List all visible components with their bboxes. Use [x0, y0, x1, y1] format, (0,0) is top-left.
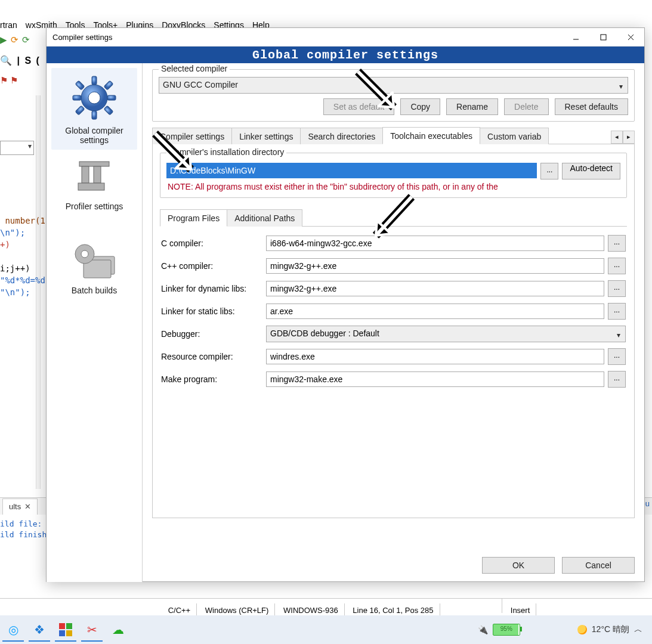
svg-rect-13 — [75, 80, 85, 90]
resource-compiler-browse[interactable]: ... — [608, 348, 626, 365]
svg-rect-12 — [107, 95, 116, 100]
svg-rect-1 — [66, 623, 72, 629]
tab-custom-variables[interactable]: Custom variab — [480, 128, 549, 144]
dialog-title: Compiler settings — [52, 33, 112, 42]
cpp-compiler-input[interactable] — [266, 258, 604, 274]
bg-build-log: ild file: ild finish — [0, 519, 47, 540]
annotation-arrow-3 — [358, 191, 424, 256]
svg-rect-11 — [73, 95, 81, 100]
dialog-main: Selected compiler GNU GCC Compiler Set a… — [143, 63, 644, 582]
make-program-input[interactable] — [266, 371, 604, 387]
svg-rect-19 — [82, 166, 89, 183]
svg-rect-15 — [104, 80, 113, 90]
bg-toolbar-flags: ⚑ ⚑ — [0, 75, 18, 86]
nav-batch-builds[interactable]: Batch builds — [51, 234, 137, 300]
plug-icon: 🔌 — [478, 625, 488, 634]
linker-dynamic-browse[interactable]: ... — [608, 280, 626, 297]
taskbar-app-vscode[interactable]: ❖ — [26, 617, 52, 643]
bg-dropdown[interactable] — [0, 141, 34, 155]
svg-rect-2 — [59, 630, 65, 636]
taskbar: ◎ ❖ ✂ ☁ 🔌 95% 12°C 晴朗 ︿ — [0, 615, 652, 644]
svg-rect-10 — [92, 111, 97, 119]
row-make-program: Make program: ... — [161, 371, 626, 388]
linker-static-input[interactable] — [266, 304, 604, 319]
reset-defaults-button[interactable]: Reset defaults — [555, 98, 629, 115]
weather-icon — [577, 625, 587, 634]
bg-toolbar: ▶⟳⟳ — [0, 35, 33, 50]
svg-rect-5 — [601, 35, 606, 40]
weather-text: 12°C 晴朗 — [592, 624, 629, 635]
svg-rect-9 — [92, 76, 97, 85]
svg-rect-3 — [66, 630, 72, 636]
c-compiler-browse[interactable]: ... — [608, 235, 626, 252]
tab-linker-settings[interactable]: Linker settings — [231, 128, 301, 144]
annotation-arrow-1 — [346, 66, 412, 131]
svg-point-25 — [81, 250, 88, 258]
nav-global-compiler-settings[interactable]: Global compiler settings — [51, 68, 137, 150]
row-resource-compiler: Resource compiler: ... — [161, 348, 626, 365]
nav-profiler-settings[interactable]: Profiler settings — [51, 150, 137, 216]
svg-rect-14 — [104, 106, 113, 115]
dialog-footer: OK Cancel — [482, 557, 635, 574]
linker-dynamic-input[interactable] — [266, 281, 604, 296]
delete-button[interactable]: Delete — [504, 98, 548, 115]
cpp-compiler-browse[interactable]: ... — [608, 258, 626, 274]
subtab-additional-paths[interactable]: Additional Paths — [227, 209, 302, 227]
bg-code-fragment: number(1 \n"); +) i;j++) "%d*%d=%d "\n")… — [0, 215, 45, 298]
annotation-arrow-2 — [143, 128, 209, 193]
close-button[interactable] — [617, 28, 644, 46]
system-tray: 🔌 95% 12°C 晴朗 ︿ — [478, 624, 652, 636]
row-debugger: Debugger: GDB/CDB debugger : Default — [161, 326, 626, 342]
chevron-up-icon[interactable]: ︿ — [634, 624, 642, 635]
tab-scroll-right[interactable]: ▸ — [623, 131, 635, 144]
install-note: NOTE: All programs must exist either in … — [168, 182, 620, 191]
resource-compiler-input[interactable] — [266, 349, 604, 364]
close-icon[interactable]: ✕ — [24, 502, 31, 511]
taskbar-app-windows[interactable] — [52, 617, 79, 643]
dialog-titlebar: Compiler settings — [47, 28, 644, 47]
dialog-nav: Global compiler settings Profiler settin… — [47, 63, 143, 582]
caliper-icon — [73, 156, 115, 197]
subtab-program-files[interactable]: Program Files — [160, 209, 227, 227]
battery-indicator: 95% — [493, 624, 520, 636]
svg-rect-16 — [75, 106, 85, 115]
compiler-settings-dialog: Compiler settings Global compiler settin… — [46, 27, 645, 582]
rename-button[interactable]: Rename — [446, 98, 498, 115]
debugger-select[interactable]: GDB/CDB debugger : Default — [266, 326, 626, 342]
bg-tab-ults[interactable]: ults✕ — [2, 499, 38, 515]
status-bar: C/C++ Windows (CR+LF) WINDOWS-936 Line 1… — [0, 598, 652, 614]
svg-rect-20 — [94, 166, 101, 183]
tab-scroll-left[interactable]: ◂ — [611, 131, 623, 144]
maximize-button[interactable] — [589, 28, 617, 46]
auto-detect-button[interactable]: Auto-detect — [562, 163, 620, 179]
taskbar-app-wechat[interactable]: ☁ — [105, 617, 131, 643]
svg-rect-18 — [79, 162, 109, 166]
cancel-button[interactable]: Cancel — [562, 557, 635, 574]
gear-icon — [70, 74, 118, 122]
ok-button[interactable]: OK — [482, 557, 555, 574]
bg-toolbar-s: 🔍 | S ( — [0, 55, 41, 66]
row-linker-dynamic: Linker for dynamic libs: ... — [161, 280, 626, 297]
minimize-button[interactable] — [562, 28, 589, 46]
dialog-banner: Global compiler settings — [47, 47, 644, 63]
taskbar-app-snip[interactable]: ✂ — [79, 617, 105, 643]
row-cpp-compiler: C++ compiler: ... — [161, 258, 626, 274]
batch-icon — [70, 240, 118, 281]
svg-rect-21 — [78, 183, 104, 190]
svg-point-17 — [88, 92, 100, 104]
linker-static-browse[interactable]: ... — [608, 303, 626, 320]
taskbar-app-1[interactable]: ◎ — [0, 617, 26, 643]
installation-dir-input[interactable] — [166, 163, 537, 178]
make-program-browse[interactable]: ... — [608, 371, 626, 388]
svg-rect-0 — [59, 623, 65, 629]
row-linker-static: Linker for static libs: ... — [161, 303, 626, 320]
browse-dir-button[interactable]: ... — [540, 163, 558, 179]
tab-scroller: ◂ ▸ — [611, 131, 635, 144]
c-compiler-input[interactable] — [266, 236, 604, 251]
